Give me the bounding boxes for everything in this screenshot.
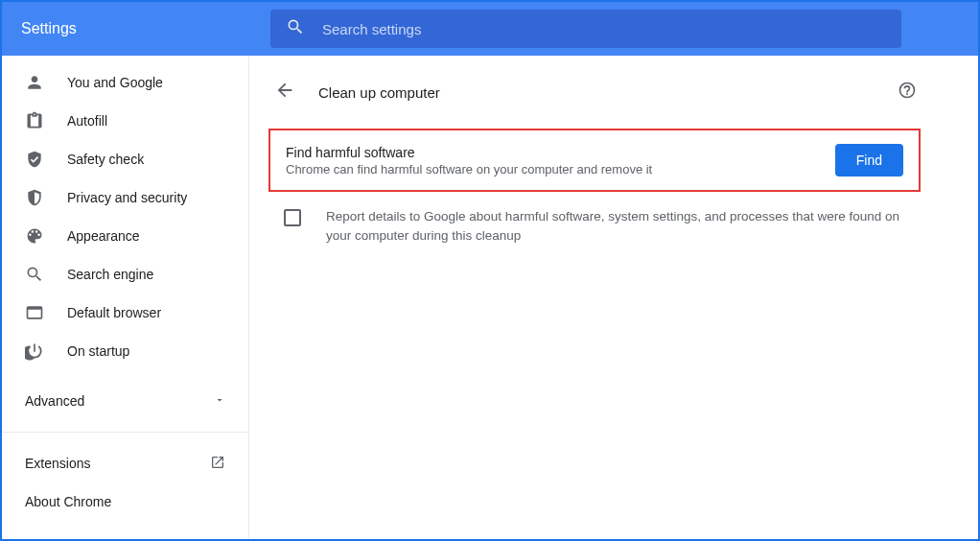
back-button[interactable] (268, 74, 301, 110)
sidebar-item-label: Privacy and security (67, 190, 187, 205)
sidebar-advanced[interactable]: Advanced (2, 382, 248, 420)
help-button[interactable] (894, 77, 921, 107)
sidebar-item-default-browser[interactable]: Default browser (2, 294, 248, 332)
advanced-label: Advanced (25, 393, 84, 409)
page-header: Clean up computer (268, 71, 921, 113)
sidebar-item-on-startup[interactable]: On startup (2, 332, 248, 370)
sidebar-item-safety-check[interactable]: Safety check (2, 140, 248, 178)
shield-security-icon (25, 188, 44, 207)
sidebar-item-label: On startup (67, 343, 129, 359)
sidebar-item-privacy-security[interactable]: Privacy and security (2, 178, 248, 217)
power-icon (25, 341, 44, 361)
browser-icon (25, 303, 44, 322)
app-title: Settings (21, 20, 270, 37)
person-icon (25, 73, 44, 92)
sidebar-item-label: Search engine (67, 267, 153, 282)
sidebar-item-autofill[interactable]: Autofill (2, 102, 248, 140)
search-field[interactable] (270, 10, 901, 48)
sidebar-divider (2, 432, 248, 433)
sidebar-item-you-and-google[interactable]: You and Google (2, 63, 248, 102)
sidebar-item-label: Safety check (67, 152, 144, 167)
about-label: About Chrome (25, 494, 111, 509)
sidebar-item-appearance[interactable]: Appearance (2, 217, 248, 255)
content-area: Clean up computer Find harmful software … (249, 56, 978, 539)
report-row: Report details to Google about harmful s… (268, 192, 921, 260)
search-input[interactable] (322, 21, 886, 37)
find-button[interactable]: Find (835, 144, 903, 176)
shield-check-icon (25, 150, 44, 169)
arrow-back-icon (274, 80, 295, 105)
page-title: Clean up computer (318, 84, 894, 101)
extensions-label: Extensions (25, 456, 90, 471)
sidebar-item-label: Default browser (67, 305, 161, 320)
search-icon (286, 17, 305, 40)
find-harmful-desc: Chrome can find harmful software on your… (286, 162, 652, 176)
sidebar-item-about[interactable]: About Chrome (2, 482, 248, 521)
open-external-icon (210, 455, 225, 473)
search-icon (25, 265, 44, 284)
find-harmful-card: Find harmful software Chrome can find ha… (268, 129, 921, 192)
sidebar-item-extensions[interactable]: Extensions (2, 444, 248, 482)
clipboard-icon (25, 111, 44, 130)
sidebar-item-label: Autofill (67, 113, 107, 129)
main-layout: You and Google Autofill Safety check Pri… (2, 56, 978, 539)
palette-icon (25, 226, 44, 246)
sidebar-item-search-engine[interactable]: Search engine (2, 255, 248, 294)
chevron-down-icon (214, 393, 225, 409)
find-harmful-title: Find harmful software (286, 145, 652, 160)
report-description: Report details to Google about harmful s… (326, 207, 905, 245)
report-checkbox[interactable] (284, 209, 301, 226)
sidebar: You and Google Autofill Safety check Pri… (2, 56, 249, 539)
help-icon (898, 81, 917, 104)
find-harmful-text: Find harmful software Chrome can find ha… (286, 145, 652, 176)
sidebar-item-label: Appearance (67, 228, 140, 244)
app-header: Settings (2, 2, 978, 56)
sidebar-item-label: You and Google (67, 75, 163, 90)
